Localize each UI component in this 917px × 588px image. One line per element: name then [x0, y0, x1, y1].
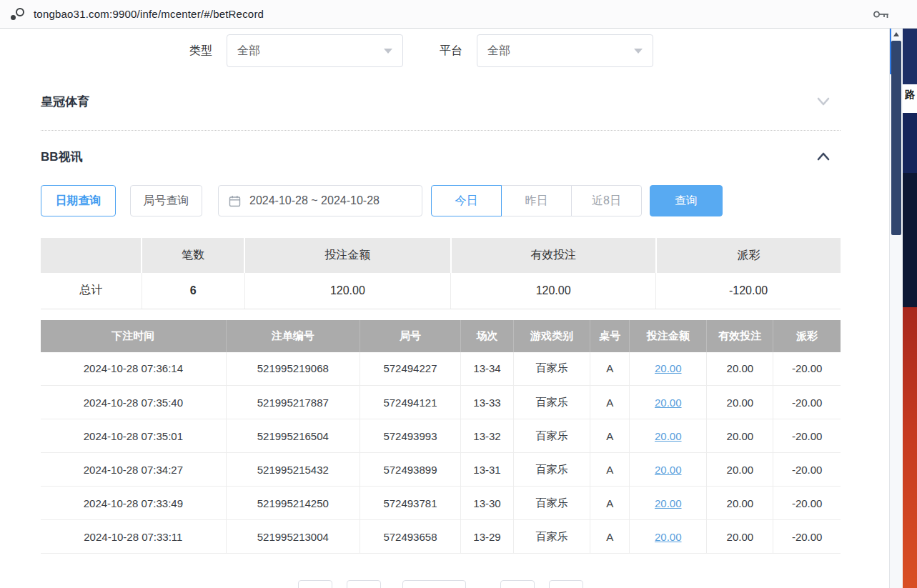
cell-round-no: 572493993 [360, 419, 460, 453]
today-button[interactable]: 今日 [431, 185, 502, 216]
cell-order-no: 521995215432 [226, 453, 360, 487]
summary-col-valid-bet: 有效投注 [451, 238, 656, 273]
browser-profile-icon[interactable] [10, 7, 24, 21]
cell-valid-bet: 20.00 [707, 453, 773, 487]
table-row: 2024-10-28 07:35:40521995217887572494121… [41, 386, 841, 419]
summary-col-count: 笔数 [142, 238, 244, 273]
cell-bet-amount: 20.00 [630, 487, 707, 520]
next-page-button[interactable]: › [500, 580, 535, 588]
bet-amount-link[interactable]: 20.00 [655, 531, 682, 543]
summary-payout-value: -120.00 [656, 273, 841, 309]
bet-amount-link[interactable]: 20.00 [655, 362, 682, 374]
cell-bet-time: 2024-10-28 07:35:40 [41, 386, 226, 419]
col-header-round-no: 局号 [360, 320, 460, 352]
cell-game-type: 百家乐 [514, 520, 590, 554]
page-select[interactable]: 1 [402, 580, 466, 588]
table-row: 2024-10-28 07:33:11521995213004572493658… [41, 520, 841, 554]
first-page-button[interactable]: « [298, 580, 332, 588]
password-key-icon[interactable] [873, 9, 890, 19]
col-header-payout: 派彩 [773, 320, 841, 352]
cell-game-type: 百家乐 [514, 453, 590, 487]
date-range-input[interactable]: 2024-10-28 ~ 2024-10-28 [218, 185, 422, 216]
cell-session: 13-34 [461, 352, 514, 386]
cell-order-no: 521995219068 [226, 352, 360, 386]
bet-amount-link[interactable]: 20.00 [655, 464, 682, 476]
cell-round-no: 572494227 [360, 352, 460, 386]
cell-table-no: A [590, 487, 630, 520]
cell-order-no: 521995213004 [226, 520, 360, 554]
section-divider [41, 130, 841, 131]
cell-session: 13-30 [461, 487, 514, 520]
side-banner-fragment [903, 113, 917, 173]
col-header-valid-bet: 有效投注 [707, 320, 773, 352]
bet-record-page: 类型 全部 平台 全部 皇冠体育 BB视讯 [0, 29, 889, 588]
col-header-game-type: 游戏类别 [514, 320, 590, 352]
date-range-value: 2024-10-28 ~ 2024-10-28 [249, 194, 380, 207]
cell-game-type: 百家乐 [514, 487, 590, 520]
side-banner-fragment [903, 29, 917, 84]
cell-bet-time: 2024-10-28 07:35:01 [41, 419, 226, 453]
type-select[interactable]: 全部 [227, 34, 403, 67]
cell-valid-bet: 20.00 [707, 386, 773, 419]
cell-bet-time: 2024-10-28 07:33:49 [41, 487, 226, 520]
cell-bet-amount: 20.00 [630, 453, 707, 487]
cell-order-no: 521995217887 [226, 386, 360, 419]
cell-table-no: A [590, 386, 630, 419]
prev-page-button[interactable]: ‹ [347, 580, 381, 588]
yesterday-button[interactable]: 昨日 [501, 185, 572, 216]
cell-session: 13-32 [461, 419, 514, 453]
last-page-button[interactable]: » [549, 580, 583, 588]
cell-game-type: 百家乐 [514, 386, 590, 419]
col-header-order-no: 注单编号 [226, 320, 360, 352]
bet-table-header-row: 下注时间 注单编号 局号 场次 游戏类别 桌号 投注金额 有效投注 派彩 [41, 320, 841, 352]
side-banner-fragment [903, 173, 917, 307]
cell-bet-time: 2024-10-28 07:33:11 [41, 520, 226, 554]
calendar-icon [229, 195, 241, 207]
cell-bet-time: 2024-10-28 07:36:14 [41, 352, 226, 386]
summary-total-label: 总计 [41, 273, 142, 309]
table-row: 2024-10-28 07:33:49521995214250572493781… [41, 487, 841, 520]
chevron-up-icon[interactable] [815, 149, 841, 164]
cell-bet-time: 2024-10-28 07:34:27 [41, 453, 226, 487]
url-text[interactable]: tongbao31.com:9900/infe/mcenter/#/betRec… [34, 8, 264, 20]
crown-sports-title: 皇冠体育 [41, 94, 89, 110]
type-label: 类型 [189, 44, 212, 59]
filter-row: 类型 全部 平台 全部 [189, 34, 841, 67]
search-button[interactable]: 查询 [650, 185, 723, 216]
cell-session: 13-33 [461, 386, 514, 419]
col-header-bet-amount: 投注金额 [630, 320, 707, 352]
cell-bet-amount: 20.00 [630, 520, 707, 554]
summary-count-value: 6 [142, 273, 244, 309]
chevron-down-icon[interactable] [815, 94, 841, 109]
date-query-button[interactable]: 日期查询 [41, 185, 116, 216]
quick-date-group: 今日 昨日 近8日 [431, 185, 642, 216]
summary-col-payout: 派彩 [656, 238, 841, 273]
cell-order-no: 521995214250 [226, 487, 360, 520]
cell-valid-bet: 20.00 [707, 520, 773, 554]
round-query-button[interactable]: 局号查询 [130, 185, 202, 216]
scroll-up-button[interactable] [890, 29, 903, 40]
platform-select-value: 全部 [487, 44, 510, 59]
cell-payout: -20.00 [773, 487, 841, 520]
cell-bet-amount: 20.00 [630, 419, 707, 453]
cell-round-no: 572493899 [360, 453, 460, 487]
side-panel-label: 路 [903, 84, 917, 113]
bet-amount-link[interactable]: 20.00 [655, 397, 682, 409]
scrollbar-thumb[interactable] [891, 41, 901, 235]
query-toolbar: 日期查询 局号查询 2024-10-28 ~ 2024-10-28 今日 昨日 … [41, 185, 841, 216]
bet-table-body: 2024-10-28 07:36:14521995219068572494227… [41, 352, 841, 554]
platform-select[interactable]: 全部 [477, 34, 653, 67]
summary-bet-amount-value: 120.00 [244, 273, 450, 309]
cell-valid-bet: 20.00 [707, 352, 773, 386]
col-header-session: 场次 [461, 320, 514, 352]
caret-down-icon [384, 49, 392, 54]
bet-amount-link[interactable]: 20.00 [655, 430, 682, 442]
col-header-table-no: 桌号 [590, 320, 630, 352]
cell-session: 13-31 [461, 453, 514, 487]
cell-valid-bet: 20.00 [707, 487, 773, 520]
type-select-value: 全部 [237, 44, 260, 59]
recent-8days-button[interactable]: 近8日 [571, 185, 642, 216]
bet-amount-link[interactable]: 20.00 [655, 497, 682, 509]
vertical-scrollbar[interactable] [889, 29, 903, 588]
summary-header-row: 笔数 投注金额 有效投注 派彩 [41, 238, 841, 273]
